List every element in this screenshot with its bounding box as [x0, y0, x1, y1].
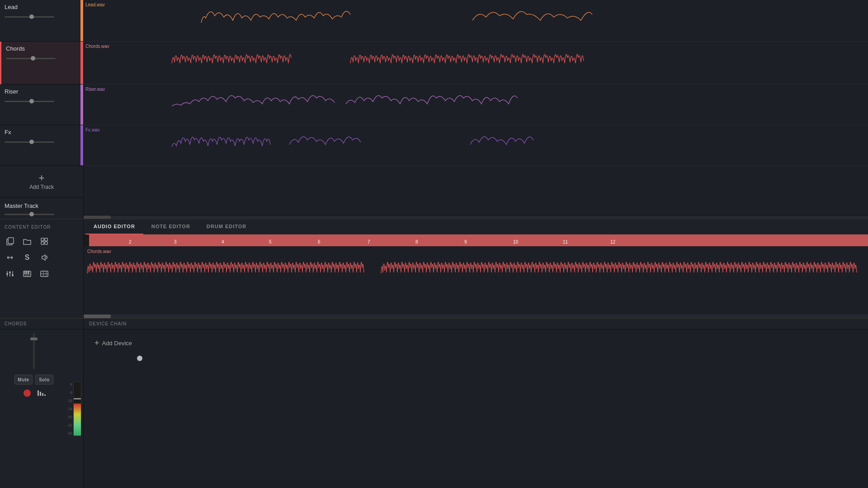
audio-editor-content[interactable]: 2 3 4 5 6 7 8 9 10 11 12 Chords.wav — [84, 235, 868, 318]
ce-icon-S[interactable]: S — [21, 251, 33, 264]
track-lane-lead[interactable]: Lead.wav — [84, 0, 868, 42]
volume-slider-riser[interactable] — [5, 101, 54, 102]
tab-audio-editor[interactable]: Audio Editor — [85, 219, 143, 235]
add-device-label: Add Device — [102, 340, 132, 347]
db-scale: 8 8 18 24 30 42 48 — [68, 382, 72, 436]
ce-icon-mixer[interactable] — [4, 267, 16, 280]
timeline-scroll[interactable]: Lead.wav Chords.wa — [84, 0, 868, 215]
ruler-mark-8: 8 — [415, 239, 418, 244]
add-track-plus-icon: + — [39, 173, 45, 183]
svg-text:Chords.wav: Chords.wav — [85, 44, 109, 49]
content-editor-panel: Content Editor — [0, 219, 84, 318]
track-list: Lead Chords Riser Fx — [0, 0, 84, 219]
master-track-name: Master Track — [5, 202, 79, 209]
track-lane-fx[interactable]: Fx.wav — [84, 125, 868, 166]
ae-clip-area[interactable]: Chords.wav — [84, 246, 868, 318]
svg-point-14 — [9, 272, 11, 273]
track-name-riser: Riser — [5, 88, 79, 95]
track-item-riser[interactable]: Riser — [0, 84, 83, 125]
volume-slider-fx[interactable] — [5, 141, 54, 143]
svg-point-27 — [24, 389, 31, 397]
ce-icon-grid2[interactable] — [38, 267, 51, 280]
device-chain-content[interactable]: + Add Device — [84, 329, 868, 488]
track-color-riser — [80, 84, 83, 125]
track-color-chords — [80, 42, 83, 84]
volume-slider-chords[interactable] — [6, 58, 56, 59]
ae-scrollbar[interactable] — [84, 314, 868, 318]
chords-fader-thumb[interactable] — [30, 338, 38, 340]
tab-note-editor[interactable]: Note Editor — [143, 219, 198, 235]
content-editor-icons-row3 — [0, 266, 83, 282]
content-editor-icons-row2: S — [0, 249, 83, 266]
svg-text:Riser.wav: Riser.wav — [85, 87, 105, 92]
chords-controls: Mute Solo — [0, 329, 68, 488]
volume-slider-lead[interactable] — [5, 16, 54, 18]
svg-rect-29 — [40, 392, 41, 396]
add-track-button[interactable]: + Add Track — [0, 166, 83, 197]
editor-tabs: Audio Editor Note Editor Drum Editor — [84, 219, 868, 235]
ce-icon-piano[interactable] — [21, 267, 33, 280]
ruler-mark-2: 2 — [129, 239, 132, 244]
ruler-mark-12: 12 — [610, 239, 615, 244]
svg-rect-7 — [45, 238, 47, 241]
timeline-scrollbar[interactable] — [84, 215, 868, 219]
track-item-chords[interactable]: Chords — [0, 42, 83, 84]
ruler-mark-4: 4 — [222, 239, 224, 244]
track-item-lead[interactable]: Lead — [0, 0, 83, 42]
svg-rect-28 — [38, 390, 39, 396]
add-device-plus-icon: + — [94, 338, 99, 348]
svg-text:Lead.wav: Lead.wav — [85, 2, 105, 7]
track-name-fx: Fx — [5, 129, 79, 136]
svg-rect-6 — [41, 238, 44, 241]
ae-ruler-marks: 2 3 4 5 6 7 8 9 10 11 12 — [84, 235, 868, 246]
chords-panel-title: Chords — [0, 319, 83, 329]
ce-icon-arrows[interactable] — [4, 251, 16, 264]
svg-point-15 — [12, 274, 14, 276]
chords-bars-icon[interactable] — [37, 389, 46, 399]
chords-fader[interactable] — [33, 333, 35, 369]
chords-panel: Chords Mute Solo — [0, 319, 84, 488]
content-editor-icons-row1 — [0, 233, 83, 249]
track-item-fx[interactable]: Fx — [0, 125, 83, 166]
track-lane-riser[interactable]: Riser.wav — [84, 84, 868, 125]
chords-icon-row — [22, 388, 46, 400]
chords-right-fader-area: 8 8 18 24 30 42 48 — [68, 329, 83, 488]
add-device-button[interactable]: + Add Device — [91, 337, 136, 350]
timeline-scrollbar-thumb[interactable] — [84, 216, 111, 219]
track-lane-chords[interactable]: Chords.wav — [84, 42, 868, 84]
level-meter-thumb[interactable] — [74, 398, 81, 399]
chords-level-meter[interactable] — [73, 382, 81, 436]
waveform-riser: Riser.wav — [84, 84, 868, 125]
ruler-mark-3: 3 — [174, 239, 177, 244]
add-track-label: Add Track — [29, 184, 54, 190]
ae-scrollbar-thumb[interactable] — [84, 314, 111, 318]
ruler-mark-6: 6 — [318, 239, 321, 244]
tab-drum-editor[interactable]: Drum Editor — [198, 219, 255, 235]
svg-rect-5 — [8, 238, 14, 244]
waveform-lead: Lead.wav — [84, 0, 868, 41]
content-editor-title: Content Editor — [0, 223, 83, 233]
device-chain-area: Device Chain + Add Device — [84, 319, 868, 488]
ruler-mark-11: 11 — [563, 239, 568, 244]
track-color-lead — [80, 0, 83, 41]
ruler-mark-10: 10 — [513, 239, 518, 244]
chords-solo-button[interactable]: Solo — [35, 375, 53, 385]
ae-playhead[interactable] — [84, 235, 89, 246]
ce-icon-copy[interactable] — [4, 235, 16, 248]
track-color-fx — [80, 125, 83, 165]
ae-clip-name: Chords.wav — [87, 249, 111, 254]
device-chain-title: Device Chain — [84, 319, 868, 329]
chords-record-icon[interactable] — [22, 388, 32, 400]
master-volume-slider[interactable] — [5, 214, 54, 215]
ce-icon-grid[interactable] — [38, 235, 51, 248]
ce-icon-speaker[interactable] — [38, 251, 51, 264]
svg-rect-9 — [45, 242, 47, 244]
svg-rect-22 — [28, 271, 29, 274]
audio-editor-ruler: 2 3 4 5 6 7 8 9 10 11 12 — [84, 235, 868, 246]
level-meter-fill — [74, 404, 81, 436]
chords-mute-button[interactable]: Mute — [14, 375, 33, 385]
ruler-mark-9: 9 — [464, 239, 467, 244]
master-track-item[interactable]: Master Track — [0, 197, 83, 219]
track-name-chords: Chords — [6, 45, 79, 52]
ce-icon-folder[interactable] — [21, 235, 33, 248]
